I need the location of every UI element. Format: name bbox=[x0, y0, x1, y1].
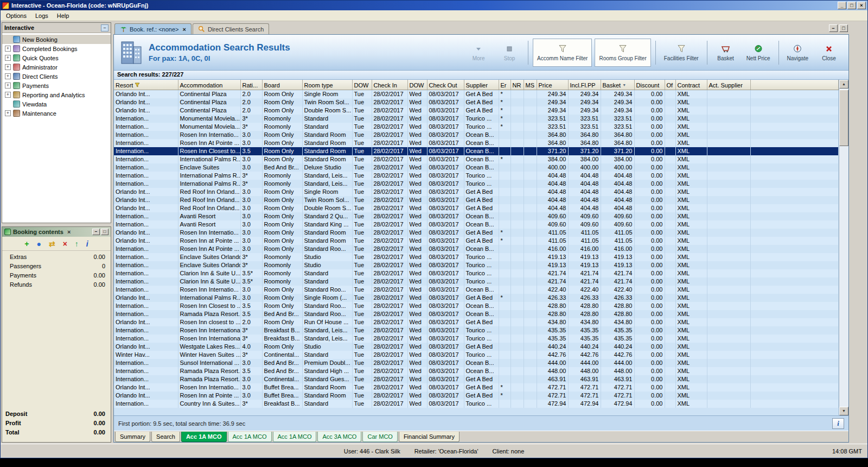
column-header-ms[interactable]: MS bbox=[524, 80, 537, 90]
column-header-price[interactable]: Price bbox=[537, 80, 568, 90]
tab-close-icon[interactable]: × bbox=[183, 26, 186, 33]
table-row[interactable]: Internation...Clarion Inn & Suite U...3.… bbox=[114, 269, 839, 277]
table-row[interactable]: Orlando Int...Rosen Inn Internatio...3.0… bbox=[114, 383, 839, 392]
column-header-check-out[interactable]: Check Out bbox=[427, 80, 464, 90]
expand-toggle-icon[interactable]: + bbox=[5, 46, 11, 52]
minimize-button[interactable]: _ bbox=[838, 2, 846, 9]
table-row[interactable]: Internation...Ramada Plaza Resort...3.5B… bbox=[114, 367, 839, 375]
column-header-room-type[interactable]: Room type bbox=[302, 80, 352, 90]
table-row[interactable]: Winter Hav...Winter Haven Suites ...3*Co… bbox=[114, 351, 839, 359]
table-row[interactable]: Internation...Rosen Inn Internatio...3.0… bbox=[114, 131, 839, 139]
column-header-incl-fl-pp[interactable]: Incl.Fl.PP bbox=[568, 80, 601, 90]
bottom-tab-acc-1a-mco[interactable]: Acc 1A MCO bbox=[228, 432, 272, 442]
sidebar-item-administrator[interactable]: +Administrator bbox=[2, 62, 111, 72]
column-header-check-in[interactable]: Check In bbox=[372, 80, 407, 90]
table-row[interactable]: Internation...Clarion Inn & Suite U...3.… bbox=[114, 277, 839, 286]
table-row[interactable]: Internation...Rosen Inn Closest to...3.5… bbox=[114, 147, 839, 155]
booking-row[interactable]: Passengers0 bbox=[2, 262, 111, 272]
column-header-supplier[interactable]: Supplier bbox=[464, 80, 499, 90]
column-header-discount[interactable]: Discount bbox=[634, 80, 665, 90]
booking-total-row[interactable]: Deposit0.00 bbox=[2, 410, 111, 419]
booking-row[interactable]: Extras0.00 bbox=[2, 253, 111, 262]
sidebar-item-viewdata[interactable]: Viewdata bbox=[2, 99, 111, 109]
table-row[interactable]: Internation...Enclave Suites3.0Bed And B… bbox=[114, 163, 839, 172]
expand-toggle-icon[interactable]: + bbox=[5, 64, 11, 70]
basket-button[interactable]: Basket bbox=[712, 39, 740, 67]
vertical-scrollbar[interactable]: ▲ ▼ bbox=[839, 80, 848, 415]
table-row[interactable]: Orlando Int...International Palms R...3.… bbox=[114, 294, 839, 302]
sidebar-item-payments[interactable]: +Payments bbox=[2, 81, 111, 90]
bottom-tab-acc-1a-mco[interactable]: Acc 1A MCO bbox=[273, 432, 317, 442]
menu-logs[interactable]: Logs bbox=[31, 11, 53, 20]
column-header-board[interactable]: Board bbox=[262, 80, 302, 90]
table-row[interactable]: Internation...Ramada Plaza Resort...3.5B… bbox=[114, 310, 839, 318]
tab-book-ref-none[interactable]: Book. ref.: <none>× bbox=[114, 23, 192, 34]
column-header-rati[interactable]: Rati... bbox=[240, 80, 262, 90]
booking-contents-close-icon[interactable]: × bbox=[66, 229, 72, 235]
sidebar-item-quick-quotes[interactable]: +Quick Quotes bbox=[2, 53, 111, 62]
table-row[interactable]: Internation...Monumental Moviela...3*Roo… bbox=[114, 123, 839, 131]
nett-price-button[interactable]: Nett Price bbox=[743, 39, 774, 67]
column-header-dow[interactable]: DOW bbox=[352, 80, 372, 90]
table-row[interactable]: Orlando Int...Continental Plaza2.0Room O… bbox=[114, 98, 839, 106]
bottom-tab-search[interactable]: Search bbox=[151, 432, 180, 442]
table-row[interactable]: Internation...Enclave Suites Orlando3*Ro… bbox=[114, 261, 839, 269]
collapse-panel-button[interactable]: − bbox=[101, 24, 108, 31]
table-row[interactable]: Orlando Int...Rosen Inn at Pointe ...3.0… bbox=[114, 392, 839, 400]
column-header-er[interactable]: Er bbox=[499, 80, 510, 90]
globe-icon[interactable]: ● bbox=[36, 240, 41, 248]
sidebar-item-new-booking[interactable]: New Booking bbox=[2, 35, 111, 44]
table-row[interactable]: Internation...International Palms R...3*… bbox=[114, 180, 839, 188]
table-row[interactable]: Internation...Ramada Plaza Resort...3.0C… bbox=[114, 375, 839, 383]
column-header-resort[interactable]: Resort bbox=[114, 80, 178, 90]
table-row[interactable]: Internation...Rosen Inn Closest to ...3.… bbox=[114, 302, 839, 310]
sidebar-item-reporting-and-analytics[interactable]: +Reporting and Analytics bbox=[2, 90, 111, 99]
booking-row[interactable]: Refunds0.00 bbox=[2, 281, 111, 290]
table-row[interactable]: Internation...Avanti Resort3.0Room OnlyS… bbox=[114, 220, 839, 229]
table-row[interactable]: Internation...Enclave Suites Orlando3*Ro… bbox=[114, 253, 839, 261]
table-row[interactable]: Internation...Rosen Inn At Pointe ...3.0… bbox=[114, 245, 839, 253]
table-row[interactable]: Internation...Avanti Resort3.0Room OnlyS… bbox=[114, 212, 839, 220]
booking-total-row[interactable]: Profit0.00 bbox=[2, 419, 111, 428]
close-button[interactable]: Close bbox=[815, 39, 843, 67]
close-button[interactable]: × bbox=[857, 2, 866, 9]
add-icon[interactable]: + bbox=[24, 240, 29, 248]
table-row[interactable]: Internation...International Palms R...3.… bbox=[114, 155, 839, 163]
sidebar-item-maintenance[interactable]: +Maintenance bbox=[2, 109, 111, 118]
scrollbar-track[interactable] bbox=[839, 89, 848, 407]
column-header-accommodation[interactable]: Accommodation bbox=[178, 80, 240, 90]
bottom-tab-financial-summary[interactable]: Financial Summary bbox=[399, 432, 459, 442]
table-row[interactable]: Orlando Int...Rosen Inn closest to ...2.… bbox=[114, 318, 839, 326]
move-up-icon[interactable]: ↑ bbox=[75, 240, 79, 248]
menu-options[interactable]: Options bbox=[2, 11, 31, 20]
booking-row[interactable]: Payments0.00 bbox=[2, 272, 111, 281]
bottom-tab-car-mco[interactable]: Car MCO bbox=[362, 432, 397, 442]
info-button[interactable]: i bbox=[832, 418, 844, 429]
table-row[interactable]: Internation...Rosen Inn International3*B… bbox=[114, 326, 839, 335]
navigate-button[interactable]: Navigate bbox=[783, 39, 812, 67]
menu-help[interactable]: Help bbox=[53, 11, 74, 20]
scroll-down-icon[interactable]: ▼ bbox=[839, 407, 848, 415]
column-header-of[interactable]: Of bbox=[665, 80, 675, 90]
expand-toggle-icon[interactable]: + bbox=[5, 110, 11, 116]
sidebar-item-direct-clients[interactable]: +Direct Clients bbox=[2, 72, 111, 81]
booking-contents-header[interactable]: Booking contents × − □ bbox=[2, 227, 111, 237]
table-row[interactable]: Orlando Int...Red Roof Inn Orland...3.0R… bbox=[114, 204, 839, 212]
expand-toggle-icon[interactable]: + bbox=[5, 55, 11, 61]
delete-icon[interactable]: × bbox=[63, 240, 67, 248]
facilities-filter-button[interactable]: Facilities Filter bbox=[660, 39, 703, 67]
bottom-tab-summary[interactable]: Summary bbox=[115, 432, 150, 442]
tab-direct-clients-search[interactable]: Direct Clients Search bbox=[193, 23, 269, 34]
table-row[interactable]: Orlando Int...Rosen Inn Internatio...3.0… bbox=[114, 229, 839, 237]
booking-total-row[interactable]: Total0.00 bbox=[2, 428, 111, 438]
expand-toggle-icon[interactable]: + bbox=[5, 83, 11, 89]
column-filter-icon[interactable] bbox=[135, 83, 140, 88]
table-row[interactable]: Orlando Int...Rosen Inn at Pointe ...3.0… bbox=[114, 237, 839, 245]
mdi-restore-button[interactable]: □ bbox=[839, 24, 848, 32]
table-row[interactable]: Internation...Rosen Inn Internatio...3.0… bbox=[114, 286, 839, 294]
sidebar-item-completed-bookings[interactable]: +Completed Bookings bbox=[2, 44, 111, 53]
table-row[interactable]: Internation...International Palms R...3*… bbox=[114, 172, 839, 180]
table-row[interactable]: Internation...Country Inn & Suites...3*B… bbox=[114, 400, 839, 408]
bottom-tab-acc-3a-mco[interactable]: Acc 3A MCO bbox=[317, 432, 361, 442]
info-icon[interactable]: i bbox=[86, 240, 88, 248]
